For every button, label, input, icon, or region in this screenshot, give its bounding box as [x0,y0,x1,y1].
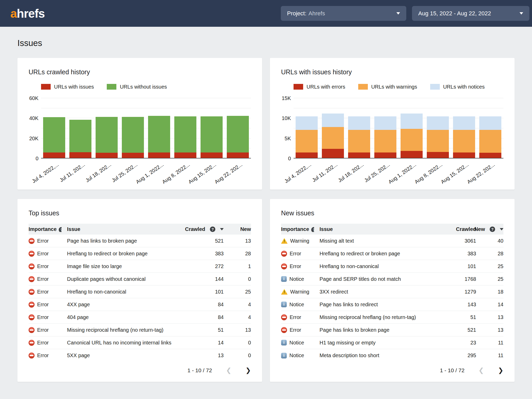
bar-segment[interactable] [43,117,65,152]
issue-link[interactable]: Page and SERP titles do not match [320,276,437,282]
table-row[interactable]: Error404 page844 [29,311,251,324]
chevron-right-icon[interactable]: ❯ [245,367,251,374]
table-row[interactable]: Error5XX page130 [29,349,251,362]
issue-link[interactable]: Page has links to broken page [320,327,437,333]
bar-segment[interactable] [148,152,170,158]
issue-link[interactable]: 404 page [67,314,185,320]
table-row[interactable]: NoticeMeta description too short29511 [281,349,503,362]
bar-segment[interactable] [201,152,223,158]
bar-segment[interactable] [427,116,449,130]
column-header-importance[interactable]: Importance? [29,226,67,232]
importance-cell: Warning [281,238,320,244]
bar-segment[interactable] [227,116,249,152]
bar-segment[interactable] [201,116,223,152]
table-row[interactable]: NoticeH1 tag missing or empty2311 [281,336,503,349]
issue-link[interactable]: 4XX page [67,302,185,308]
help-icon-clipped[interactable]: ? [311,227,314,232]
issue-link[interactable]: Missing reciprocal hreflang (no return-t… [67,327,185,333]
table-row[interactable]: ErrorDuplicate pages without canonical14… [29,273,251,285]
help-icon[interactable]: ? [490,227,495,232]
table-row[interactable]: ErrorCanonical URL has no incoming inter… [29,336,251,349]
issue-link[interactable]: Hreflang to non-canonical [67,289,185,295]
project-selector[interactable]: Project: Ahrefs [281,6,406,21]
help-icon-clipped[interactable]: ? [59,227,62,232]
bar-segment[interactable] [453,116,475,130]
bar-segment[interactable] [69,152,91,158]
table-row[interactable]: ErrorHreflang to non-canonical10125 [281,260,503,273]
help-icon[interactable]: ? [210,227,215,232]
bar-segment[interactable] [69,120,91,152]
table-row[interactable]: ErrorPage has links to broken page52113 [281,324,503,336]
table-row[interactable]: Warning3XX redirect127918 [281,285,503,298]
column-header-issue[interactable]: Issue [67,226,185,232]
table-row[interactable]: ErrorMissing reciprocal hreflang (no ret… [29,324,251,336]
column-header-crawled[interactable]: Crawled? [185,226,224,232]
bar-segment[interactable] [479,153,501,158]
bar-segment[interactable] [374,116,396,130]
chevron-right-icon[interactable]: ❯ [498,367,503,374]
bar-segment[interactable] [322,114,344,127]
table-row[interactable]: WarningMissing alt text306140 [281,235,503,247]
issue-link[interactable]: Hreflang to non-canonical [320,263,437,269]
bar-segment[interactable] [348,116,370,130]
issue-link[interactable]: Image file size too large [67,263,185,269]
bar-segment[interactable] [374,130,396,152]
ahrefs-logo[interactable]: ahrefs [10,6,45,21]
bar-segment[interactable] [96,153,118,158]
issue-link[interactable]: Hreflang to redirect or broken page [67,251,185,257]
table-row[interactable]: ErrorMissing reciprocal hreflang (no ret… [281,311,503,324]
bar-segment[interactable] [374,152,396,158]
column-header-issue[interactable]: Issue [320,226,437,232]
issue-link[interactable]: Page has links to broken page [67,238,185,244]
issue-link[interactable]: Duplicate pages without canonical [67,276,185,282]
chevron-left-icon[interactable]: ❮ [226,367,231,374]
table-row[interactable]: Error4XX page844 [29,298,251,311]
table-row[interactable]: NoticePage has links to redirect14314 [281,298,503,311]
table-row[interactable]: ErrorHreflang to non-canonical10125 [29,285,251,298]
bar-segment[interactable] [322,149,344,158]
issue-link[interactable]: Page has links to redirect [320,302,437,308]
bar-segment[interactable] [479,130,501,153]
bar-segment[interactable] [296,130,318,152]
issue-link[interactable]: 3XX redirect [320,289,437,295]
table-row[interactable]: ErrorHreflang to redirect or broken page… [29,247,251,260]
bar-segment[interactable] [296,116,318,130]
issue-link[interactable]: Meta description too short [320,353,437,358]
bar-segment[interactable] [453,130,475,152]
bar-segment[interactable] [227,152,249,158]
bar-segment[interactable] [427,152,449,158]
table-row[interactable]: NoticePage and SERP titles do not match1… [281,273,503,285]
bar-segment[interactable] [401,129,423,151]
date-range-selector[interactable]: Aug 15, 2022 - Aug 22, 2022 [412,6,529,21]
issue-link[interactable]: Missing reciprocal hreflang (no return-t… [320,314,437,320]
issue-link[interactable]: Hreflang to redirect or broken page [320,251,437,257]
issue-link[interactable]: H1 tag missing or empty [320,340,437,346]
column-header-importance[interactable]: Importance? [281,226,320,232]
column-header-crawled[interactable]: Crawled [437,226,476,232]
table-row[interactable]: ErrorImage file size too large2721 [29,260,251,273]
bar-segment[interactable] [427,130,449,152]
bar-segment[interactable] [348,130,370,152]
column-header-new[interactable]: New [224,226,251,232]
table-row[interactable]: ErrorPage has links to broken page52113 [29,235,251,247]
bar-segment[interactable] [322,127,344,149]
bar-segment[interactable] [453,152,475,158]
bar-segment[interactable] [148,116,170,152]
chevron-left-icon[interactable]: ❮ [478,367,484,374]
bar-segment[interactable] [348,152,370,158]
issue-link[interactable]: Canonical URL has no incoming internal l… [67,340,185,346]
issue-link[interactable]: Missing alt text [320,238,437,244]
bar-segment[interactable] [174,152,196,158]
bar-segment[interactable] [479,116,501,130]
table-row[interactable]: ErrorHreflang to redirect or broken page… [281,247,503,260]
issue-link[interactable]: 5XX page [67,353,185,358]
bar-segment[interactable] [401,151,423,158]
bar-segment[interactable] [122,153,144,158]
bar-segment[interactable] [296,152,318,158]
bar-segment[interactable] [96,117,118,153]
bar-segment[interactable] [122,117,144,153]
bar-segment[interactable] [43,152,65,158]
column-header-new[interactable]: New? [476,226,503,232]
bar-segment[interactable] [401,114,423,129]
bar-segment[interactable] [174,116,196,153]
